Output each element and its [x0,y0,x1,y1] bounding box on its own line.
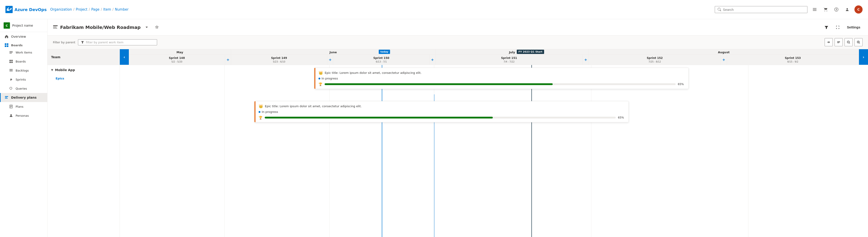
col-line-5 [748,65,748,237]
sidebar: C Project name Overview Boards Work item… [0,19,48,237]
svg-rect-16 [9,62,11,63]
sprint-151-dates: 7/4 - 7/22 [504,61,515,63]
app-logo[interactable]: Azure DevOps [5,6,46,13]
filter-funnel-icon [81,41,84,44]
sidebar-item-personas[interactable]: Personas [0,111,47,120]
crown-icon-1: 👑 [318,71,323,75]
breadcrumb-number[interactable]: Number [115,7,128,11]
team-epics-link[interactable]: Epics [48,75,120,82]
progress-row-2: 🏆 65% [258,116,625,120]
today-badge: today [379,50,390,54]
user-icon[interactable] [844,6,851,13]
gantt-timeline-body: 👑 Epic title: Lorem ipsum dolor sit amet… [120,65,868,237]
sprint-149: Sprint 149 5/23 - 6/10 [231,55,327,65]
link-icon [827,40,831,44]
svg-rect-8 [7,43,8,45]
search-input[interactable] [723,8,804,11]
sidebar-item-sprints[interactable]: Sprints [0,75,47,84]
team-chevron[interactable]: ▼ [51,68,53,72]
sprint-152: Sprint 152 7/25 - 8/12 [589,55,721,65]
breadcrumb-page[interactable]: Page [91,7,99,11]
help-icon[interactable]: ? [833,6,840,13]
workitems-icon [9,50,13,55]
svg-rect-26 [10,106,12,106]
sprint-150-name: Sprint 150 [373,57,389,60]
progress-pct-2: 65% [618,116,625,119]
svg-rect-23 [5,97,7,98]
sprint-152-name: Sprint 152 [647,57,663,60]
filter-actions [825,38,863,46]
sidebar-item-backlogs[interactable]: Backlogs [0,66,47,75]
settings-btn[interactable]: Settings [845,24,863,31]
expand-icon [836,25,840,29]
progress-pct-1: 65% [678,82,685,86]
epic-card-2[interactable]: 👑 Epic title: Lorem ipsum dolor sit amet… [254,101,629,122]
month-july-label: July [436,49,589,55]
gantt-container: Team ‹ today FY 2023 Q1 Start May [48,49,868,237]
main-content: Fabrikam Mobile/Web Roadmap Settings [48,19,868,237]
link-action-btn[interactable] [825,38,833,46]
sidebar-item-delivery-plans[interactable]: Delivery plans [0,93,47,102]
svg-rect-2 [813,9,816,10]
list-icon[interactable] [811,6,818,13]
breadcrumb-item[interactable]: Item [103,7,111,11]
sprint-151-add[interactable]: + [583,55,588,65]
nav-right-btn[interactable]: › [859,49,868,65]
chevron-down-icon [145,26,148,29]
epics-label: Epics [56,77,64,80]
sprint-152-dates: 7/25 - 8/12 [649,61,661,63]
zoom-in-btn[interactable] [855,38,863,46]
sprint-150-add[interactable]: + [430,55,435,65]
epic-card-1[interactable]: 👑 Epic title: Lorem ipsum dolor sit amet… [314,68,688,89]
filter-btn[interactable] [822,24,831,31]
svg-rect-28 [10,107,11,107]
filter-icon [825,25,829,29]
sidebar-label-sprints: Sprints [16,78,26,81]
months-container: today FY 2023 Q1 Start May Sprint 148 5/… [129,49,859,65]
title-dropdown-btn[interactable] [143,24,151,30]
nav-left-btn[interactable]: ‹ [120,49,129,65]
breadcrumb-org[interactable]: Organization [50,7,72,11]
sidebar-item-work-items[interactable]: Work items [0,48,47,57]
sprint-149-dates: 5/23 - 6/10 [273,61,285,63]
avatar[interactable]: C [855,5,863,13]
progress-bar-fill-1 [324,83,553,85]
favorite-btn[interactable] [153,24,161,31]
shopping-icon[interactable] [822,6,829,13]
text-action-btn[interactable] [835,38,843,46]
breadcrumb-project[interactable]: Project [76,7,87,11]
sidebar-item-queries[interactable]: Queries [0,84,47,93]
text-icon [837,40,840,44]
expand-btn[interactable] [833,24,842,31]
svg-rect-35 [837,43,839,43]
page-header-left: Fabrikam Mobile/Web Roadmap [53,24,161,31]
sidebar-item-boards-section: Boards [0,41,47,48]
zoom-in-icon [857,40,860,44]
sidebar-project[interactable]: C Project name [0,19,47,32]
progress-bar-bg-2 [265,117,616,118]
project-name: Project name [12,24,33,27]
sidebar-label-personas: Personas [16,114,29,117]
epic-status-1: In progress [318,77,685,80]
svg-rect-34 [837,42,840,42]
sidebar-label-overview: Overview [11,35,26,38]
sprint-148-add[interactable]: + [225,55,231,65]
sidebar-item-boards[interactable]: Boards [0,57,47,66]
svg-rect-27 [10,106,12,107]
search-box[interactable] [715,6,807,13]
gantt-body: ▼ Mobile App Epics [48,65,868,237]
svg-rect-1 [813,8,816,8]
star-icon [155,26,159,29]
zoom-out-btn[interactable] [844,38,852,46]
filter-input[interactable]: filter by parent work item [78,39,157,45]
july-sprints: Sprint 151 7/4 - 7/22 + [436,55,589,65]
sprint-149-add[interactable]: + [327,55,333,65]
fy-start-line [531,65,532,237]
sprint-152-add[interactable]: + [721,55,727,65]
personas-icon [9,113,13,118]
sidebar-item-overview[interactable]: Overview [0,32,47,41]
sidebar-item-plans[interactable]: Plans [0,102,47,111]
august-sprints: Sprint 152 7/25 - 8/12 + Sprint 153 8/15… [589,55,859,65]
epic-status-2: In progress [258,110,625,113]
sprint-153: Sprint 153 8/15 - 9/2 [727,55,859,65]
